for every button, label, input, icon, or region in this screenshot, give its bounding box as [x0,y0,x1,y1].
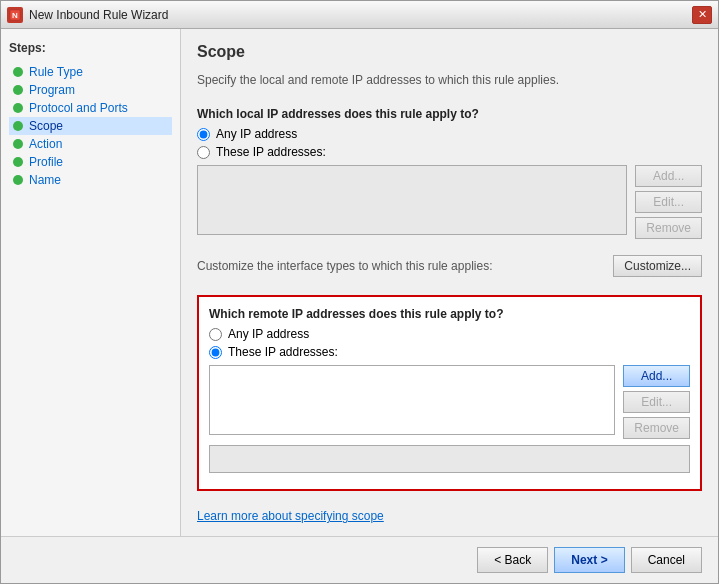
remote-ip-section: Which remote IP addresses does this rule… [197,295,702,491]
remote-single-input-row [209,445,690,473]
remote-any-radio[interactable] [209,328,222,341]
remote-add-button[interactable]: Add... [623,365,690,387]
next-button[interactable]: Next > [554,547,624,573]
step-dot-name [13,175,23,185]
sidebar-item-program[interactable]: Program [9,81,172,99]
close-button[interactable]: ✕ [692,6,712,24]
local-these-radio-row: These IP addresses: [197,145,702,159]
sidebar-item-scope[interactable]: Scope [9,117,172,135]
sidebar-item-label: Program [29,83,75,97]
remote-these-radio[interactable] [209,346,222,359]
local-ip-section: Which local IP addresses does this rule … [197,107,702,245]
page-title: Scope [197,43,702,61]
remote-ip-textarea[interactable] [209,365,615,435]
local-add-button[interactable]: Add... [635,165,702,187]
window-title: New Inbound Rule Wizard [29,8,692,22]
svg-text:N: N [12,11,18,20]
sidebar-item-label: Action [29,137,62,151]
remote-remove-button[interactable]: Remove [623,417,690,439]
sidebar-item-profile[interactable]: Profile [9,153,172,171]
remote-ip-buttons: Add... Edit... Remove [623,365,690,439]
step-dot-rule-type [13,67,23,77]
local-these-radio[interactable] [197,146,210,159]
remote-single-input[interactable] [209,445,690,473]
remote-these-radio-row: These IP addresses: [209,345,690,359]
local-edit-button[interactable]: Edit... [635,191,702,213]
sidebar-item-rule-type[interactable]: Rule Type [9,63,172,81]
local-any-radio-row: Any IP address [197,127,702,141]
remote-ip-question: Which remote IP addresses does this rule… [209,307,690,321]
sidebar-item-label: Rule Type [29,65,83,79]
main-content: Scope Specify the local and remote IP ad… [181,29,718,536]
step-dot-program [13,85,23,95]
sidebar-item-label: Scope [29,119,63,133]
sidebar: Steps: Rule Type Program Protocol and Po… [1,29,181,536]
content-area: Steps: Rule Type Program Protocol and Po… [1,29,718,536]
step-dot-scope [13,121,23,131]
sidebar-item-action[interactable]: Action [9,135,172,153]
remote-ip-area: Add... Edit... Remove [209,365,690,439]
customize-button[interactable]: Customize... [613,255,702,277]
local-ip-question: Which local IP addresses does this rule … [197,107,702,121]
learn-more-link[interactable]: Learn more about specifying scope [197,509,702,523]
wizard-window: N New Inbound Rule Wizard ✕ Steps: Rule … [0,0,719,584]
customize-row: Customize the interface types to which t… [197,255,702,277]
local-ip-area: Add... Edit... Remove [197,165,702,239]
local-these-label: These IP addresses: [216,145,326,159]
local-ip-textarea[interactable] [197,165,627,235]
local-ip-buttons: Add... Edit... Remove [635,165,702,239]
remote-any-radio-row: Any IP address [209,327,690,341]
customize-label: Customize the interface types to which t… [197,259,492,273]
page-subtitle: Specify the local and remote IP addresse… [197,73,702,87]
local-radio-group: Any IP address These IP addresses: [197,127,702,159]
footer: < Back Next > Cancel [1,536,718,583]
steps-label: Steps: [9,41,172,55]
sidebar-item-label: Protocol and Ports [29,101,128,115]
sidebar-item-label: Name [29,173,61,187]
local-any-radio[interactable] [197,128,210,141]
cancel-button[interactable]: Cancel [631,547,702,573]
window-icon: N [7,7,23,23]
sidebar-item-protocol-ports[interactable]: Protocol and Ports [9,99,172,117]
title-bar: N New Inbound Rule Wizard ✕ [1,1,718,29]
remote-radio-group: Any IP address These IP addresses: [209,327,690,359]
local-remove-button[interactable]: Remove [635,217,702,239]
step-dot-protocol [13,103,23,113]
sidebar-item-name[interactable]: Name [9,171,172,189]
step-dot-profile [13,157,23,167]
local-any-label: Any IP address [216,127,297,141]
remote-any-label: Any IP address [228,327,309,341]
back-button[interactable]: < Back [477,547,548,573]
step-dot-action [13,139,23,149]
sidebar-item-label: Profile [29,155,63,169]
remote-these-label: These IP addresses: [228,345,338,359]
remote-edit-button[interactable]: Edit... [623,391,690,413]
